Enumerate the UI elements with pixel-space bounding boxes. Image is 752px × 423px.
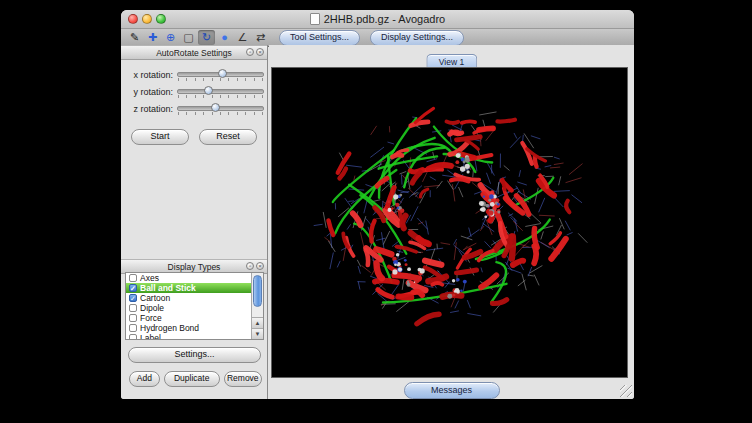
- panel-float-icon[interactable]: ▫: [246, 48, 254, 56]
- display-type-checkbox[interactable]: [129, 324, 137, 332]
- autorotate-buttons-row: Start Reset: [121, 129, 267, 145]
- display-types-rows: Axes✓Ball and Stick✓CartoonDipoleForceHy…: [126, 273, 251, 339]
- draw-tool-icon: ✎: [130, 32, 139, 43]
- slider-track: [177, 106, 264, 111]
- display-types-buttons-row: Add Duplicate Remove: [129, 371, 262, 387]
- add-button[interactable]: Add: [129, 371, 160, 387]
- slider-label: x rotation:: [123, 70, 173, 80]
- slider-thumb[interactable]: [211, 103, 220, 112]
- display-settings-button[interactable]: Display Settings...: [370, 30, 464, 46]
- manipulate-tool-icon: ●: [221, 32, 228, 43]
- display-type-row[interactable]: Dipole: [126, 303, 251, 313]
- slider-thumb[interactable]: [218, 69, 227, 78]
- rotation-slider[interactable]: [177, 68, 264, 82]
- display-type-checkbox[interactable]: [129, 314, 137, 322]
- tool-settings-button[interactable]: Tool Settings...: [279, 30, 360, 46]
- slider-ticks: [178, 78, 263, 81]
- zoom-tool[interactable]: ⊕: [162, 30, 179, 45]
- autorotate-tool[interactable]: ↻: [198, 30, 215, 45]
- rotation-slider[interactable]: [177, 85, 264, 99]
- display-type-label: Ball and Stick: [140, 283, 196, 293]
- measure-tool[interactable]: ∠: [234, 30, 251, 45]
- manipulate-tool[interactable]: ●: [216, 30, 233, 45]
- desktop: 2HHB.pdb.gz - Avogadro ✎✚⊕▢↻●∠⇄ Tool Set…: [0, 0, 752, 423]
- molecule-viewport[interactable]: [271, 67, 628, 378]
- tool-buttons: ✎✚⊕▢↻●∠⇄: [126, 30, 269, 45]
- display-type-label: Dipole: [140, 303, 164, 313]
- title-bar[interactable]: 2HHB.pdb.gz - Avogadro: [121, 10, 634, 29]
- display-type-label: Label: [140, 333, 161, 339]
- display-types-list: Axes✓Ball and Stick✓CartoonDipoleForceHy…: [125, 272, 264, 340]
- slider-label: y rotation:: [123, 87, 173, 97]
- start-button[interactable]: Start: [131, 129, 189, 145]
- messages-button[interactable]: Messages: [404, 382, 500, 399]
- avogadro-window: 2HHB.pdb.gz - Avogadro ✎✚⊕▢↻●∠⇄ Tool Set…: [121, 10, 634, 399]
- rotation-slider-row: y rotation:: [123, 84, 264, 99]
- reset-button[interactable]: Reset: [199, 129, 257, 145]
- window-controls: [128, 14, 166, 24]
- scrollbar-thumb[interactable]: [253, 275, 262, 307]
- display-type-row[interactable]: Label: [126, 333, 251, 339]
- display-types-scrollbar[interactable]: ▲ ▼: [251, 273, 263, 339]
- navigate-tool-icon: ✚: [148, 32, 157, 43]
- rotation-slider[interactable]: [177, 102, 264, 116]
- window-title: 2HHB.pdb.gz - Avogadro: [324, 13, 445, 25]
- align-tool[interactable]: ⇄: [252, 30, 269, 45]
- display-type-label: Force: [140, 313, 162, 323]
- scroll-up-icon[interactable]: ▲: [252, 317, 263, 328]
- left-sidebar: AutoRotate Settings ▫ × x rotation:y rot…: [121, 45, 268, 399]
- slider-ticks: [178, 112, 263, 115]
- panel-close-icon[interactable]: ×: [256, 262, 264, 270]
- draw-tool[interactable]: ✎: [126, 30, 143, 45]
- display-type-label: Axes: [140, 273, 159, 283]
- display-type-checkbox[interactable]: ✓: [129, 284, 137, 292]
- display-type-row[interactable]: Hydrogen Bond: [126, 323, 251, 333]
- autorotate-panel-title: AutoRotate Settings: [156, 48, 232, 58]
- display-type-row[interactable]: ✓Ball and Stick: [126, 283, 251, 293]
- slider-track: [177, 89, 264, 94]
- panel-close-icon[interactable]: ×: [256, 48, 264, 56]
- display-type-checkbox[interactable]: [129, 274, 137, 282]
- navigate-tool[interactable]: ✚: [144, 30, 161, 45]
- autorotate-panel-header: AutoRotate Settings ▫ ×: [121, 45, 267, 60]
- display-type-row[interactable]: Axes: [126, 273, 251, 283]
- display-types-panel-title: Display Types: [168, 262, 221, 272]
- display-type-label: Cartoon: [140, 293, 170, 303]
- rotation-slider-row: z rotation:: [123, 101, 264, 116]
- slider-thumb[interactable]: [204, 86, 213, 95]
- panel-float-icon[interactable]: ▫: [246, 262, 254, 270]
- close-window-icon[interactable]: [128, 14, 138, 24]
- display-type-row[interactable]: Force: [126, 313, 251, 323]
- remove-button[interactable]: Remove: [224, 371, 262, 387]
- main-view-area: View 1 Messages: [269, 45, 634, 399]
- resize-grip-icon[interactable]: [620, 385, 632, 397]
- molecule-render: [272, 68, 627, 377]
- zoom-window-icon[interactable]: [156, 14, 166, 24]
- align-tool-icon: ⇄: [256, 32, 265, 43]
- slider-label: z rotation:: [123, 104, 173, 114]
- minimize-window-icon[interactable]: [142, 14, 152, 24]
- zoom-tool-icon: ⊕: [166, 32, 175, 43]
- display-type-checkbox[interactable]: [129, 304, 137, 312]
- select-tool-icon: ▢: [183, 32, 193, 43]
- scrollbar-arrows: ▲ ▼: [252, 317, 263, 339]
- select-tool[interactable]: ▢: [180, 30, 197, 45]
- slider-ticks: [178, 95, 263, 98]
- display-type-row[interactable]: ✓Cartoon: [126, 293, 251, 303]
- autorotate-tool-icon: ↻: [202, 32, 211, 43]
- measure-tool-icon: ∠: [238, 32, 248, 43]
- display-type-checkbox[interactable]: ✓: [129, 294, 137, 302]
- document-icon: [310, 13, 320, 25]
- display-type-checkbox[interactable]: [129, 334, 137, 339]
- duplicate-button[interactable]: Duplicate: [164, 371, 220, 387]
- scroll-down-icon[interactable]: ▼: [252, 328, 263, 339]
- window-title-group: 2HHB.pdb.gz - Avogadro: [310, 13, 445, 25]
- rotation-slider-row: x rotation:: [123, 67, 264, 82]
- settings-button[interactable]: Settings...: [128, 347, 261, 363]
- display-type-label: Hydrogen Bond: [140, 323, 199, 333]
